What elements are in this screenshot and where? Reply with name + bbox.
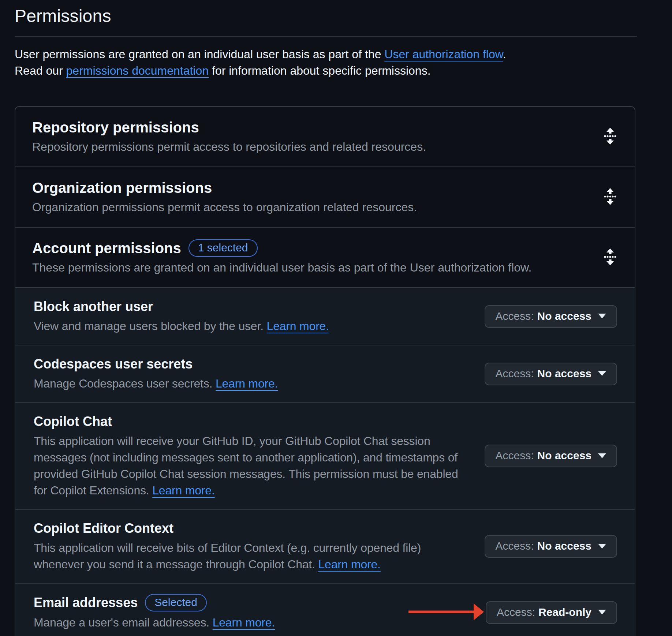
permission-copilot-chat: Copilot Chat This application will recei… bbox=[15, 402, 635, 509]
learn-more-link[interactable]: Learn more. bbox=[318, 558, 380, 571]
access-dropdown-value: No access bbox=[537, 367, 591, 381]
access-dropdown-label: Access: bbox=[496, 367, 534, 381]
permission-description-text: Manage a user's email addresses. bbox=[34, 616, 209, 629]
learn-more-link[interactable]: Learn more. bbox=[267, 319, 329, 333]
access-dropdown-value: Read-only bbox=[538, 605, 591, 619]
permission-copilot-editor-context: Copilot Editor Context This application … bbox=[15, 509, 635, 583]
permission-title: Block another user bbox=[34, 298, 153, 315]
permission-title: Copilot Chat bbox=[34, 413, 112, 430]
access-dropdown-value: No access bbox=[537, 449, 591, 463]
permission-text: Email addresses Selected Manage a user's… bbox=[34, 594, 275, 631]
section-description: These permissions are granted on an indi… bbox=[32, 259, 531, 276]
permission-description-text: Manage Codespaces user secrets. bbox=[34, 377, 212, 390]
drag-reorder-icon[interactable] bbox=[604, 248, 616, 267]
access-dropdown-value: No access bbox=[537, 539, 591, 553]
section-title: Organization permissions bbox=[32, 179, 212, 197]
access-dropdown-value: No access bbox=[537, 309, 591, 323]
permission-description: Manage Codespaces user secrets. Learn mo… bbox=[34, 375, 278, 392]
access-dropdown-label: Access: bbox=[496, 449, 534, 463]
access-dropdown-label: Access: bbox=[496, 309, 534, 323]
access-dropdown-label: Access: bbox=[496, 539, 534, 553]
permission-text: Codespaces user secrets Manage Codespace… bbox=[34, 356, 278, 392]
permission-description-text: View and manage users blocked by the use… bbox=[34, 319, 264, 333]
intro-text: for information about specific permissio… bbox=[209, 64, 430, 77]
section-title: Account permissions bbox=[32, 239, 181, 257]
permissions-card: Repository permissions Repository permis… bbox=[15, 106, 635, 636]
section-text: Repository permissions Repository permis… bbox=[32, 118, 426, 155]
account-permissions-list: Block another user View and manage users… bbox=[15, 287, 635, 636]
learn-more-link[interactable]: Learn more. bbox=[216, 377, 278, 390]
chevron-down-icon bbox=[598, 610, 606, 614]
learn-more-link[interactable]: Learn more. bbox=[152, 484, 214, 497]
chevron-down-icon bbox=[598, 453, 606, 458]
permission-text: Block another user View and manage users… bbox=[34, 298, 329, 334]
permission-block-another-user: Block another user View and manage users… bbox=[15, 288, 635, 345]
section-text: Organization permissions Organization pe… bbox=[32, 179, 417, 216]
settings-page: Permissions User permissions are granted… bbox=[0, 5, 652, 636]
permission-codespaces-user-secrets: Codespaces user secrets Manage Codespace… bbox=[15, 345, 635, 402]
permission-title: Copilot Editor Context bbox=[34, 520, 173, 537]
selected-count-badge: 1 selected bbox=[188, 239, 258, 257]
section-description: Repository permissions permit access to … bbox=[32, 139, 426, 155]
permission-email-addresses: Email addresses Selected Manage a user's… bbox=[15, 583, 635, 636]
section-title: Repository permissions bbox=[32, 118, 199, 136]
intro-line-1: User permissions are granted on an indiv… bbox=[15, 48, 506, 61]
access-dropdown[interactable]: Access: No access bbox=[485, 445, 617, 467]
intro-text: Read our bbox=[15, 64, 66, 77]
intro-paragraph: User permissions are granted on an indiv… bbox=[15, 46, 637, 79]
permission-title: Codespaces user secrets bbox=[34, 356, 193, 373]
access-dropdown[interactable]: Access: No access bbox=[485, 535, 617, 558]
chevron-down-icon bbox=[598, 371, 606, 376]
permission-title: Email addresses bbox=[34, 594, 138, 611]
permission-sections: Repository permissions Repository permis… bbox=[15, 107, 635, 287]
access-dropdown[interactable]: Access: Read-only bbox=[486, 601, 617, 624]
section-text: Account permissions 1 selected These per… bbox=[32, 239, 531, 276]
access-dropdown[interactable]: Access: No access bbox=[485, 305, 617, 328]
intro-text: User permissions are granted on an indiv… bbox=[15, 48, 384, 61]
drag-reorder-icon[interactable] bbox=[604, 128, 616, 146]
intro-line-2: Read our permissions documentation for i… bbox=[15, 64, 431, 77]
learn-more-link[interactable]: Learn more. bbox=[213, 616, 275, 629]
section-account-permissions: Account permissions 1 selected These per… bbox=[15, 227, 635, 287]
permission-description-text: This application will receive your GitHu… bbox=[34, 434, 458, 497]
section-organization-permissions: Organization permissions Organization pe… bbox=[15, 167, 635, 227]
annotation-arrow-icon bbox=[408, 603, 484, 622]
access-dropdown-label: Access: bbox=[497, 605, 535, 619]
permission-description: Manage a user's email addresses. Learn m… bbox=[34, 614, 275, 631]
permission-text: Copilot Chat This application will recei… bbox=[34, 413, 470, 499]
chevron-down-icon bbox=[598, 314, 606, 318]
drag-reorder-icon[interactable] bbox=[604, 188, 616, 206]
selected-badge: Selected bbox=[145, 594, 207, 611]
permission-description: This application will receive your GitHu… bbox=[34, 433, 470, 499]
section-repository-permissions: Repository permissions Repository permis… bbox=[15, 107, 635, 167]
permissions-documentation-link[interactable]: permissions documentation bbox=[66, 64, 209, 77]
section-description: Organization permissions permit access t… bbox=[32, 199, 417, 216]
title-divider bbox=[15, 36, 637, 37]
page-title: Permissions bbox=[15, 5, 637, 27]
user-authorization-flow-link[interactable]: User authorization flow bbox=[384, 48, 503, 61]
permission-description: View and manage users blocked by the use… bbox=[34, 318, 329, 334]
chevron-down-icon bbox=[598, 544, 606, 549]
permission-description: This application will receive bits of Ed… bbox=[34, 540, 470, 573]
access-dropdown[interactable]: Access: No access bbox=[485, 363, 617, 385]
permission-text: Copilot Editor Context This application … bbox=[34, 520, 470, 573]
intro-text: . bbox=[503, 48, 506, 61]
